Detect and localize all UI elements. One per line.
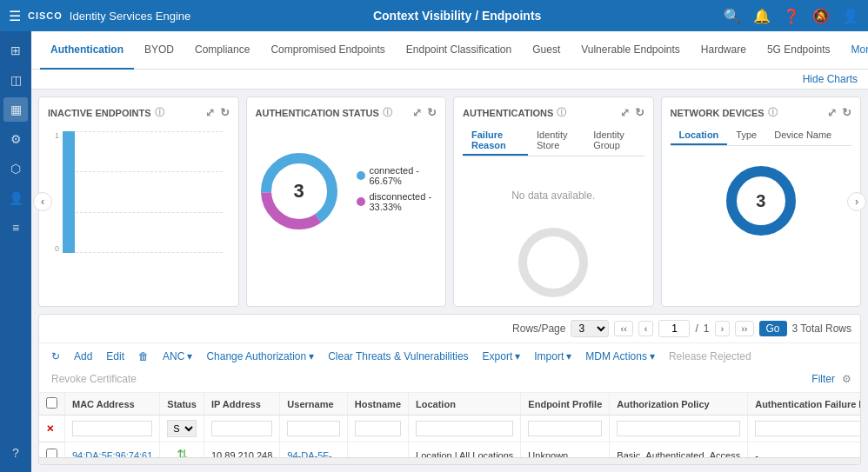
clear-threats-btn[interactable]: Clear Threats & Vulnerabilities — [324, 349, 471, 364]
col-status[interactable]: Status — [160, 393, 204, 415]
filter-ip[interactable]: IP Address — [204, 415, 279, 442]
sidebar-icon-admin[interactable]: 👤 — [3, 186, 28, 210]
inactive-expand-icon[interactable]: ⤢ — [205, 106, 215, 119]
sidebar-icon-policy[interactable]: ⬡ — [3, 156, 28, 181]
auth-status-refresh-icon[interactable]: ↻ — [427, 106, 437, 119]
help-icon[interactable]: ❓ — [783, 8, 800, 24]
page-prev-one-btn[interactable]: ‹ — [638, 321, 654, 336]
username-link-0[interactable]: 94-DA-5F-... — [287, 450, 340, 458]
add-btn[interactable]: Add — [70, 349, 96, 364]
auth-tabs: Failure Reason Identity Store Identity G… — [463, 126, 644, 156]
filter-location-input[interactable]: Location — [416, 421, 513, 436]
auth-tab-identity-group[interactable]: Identity Group — [584, 126, 644, 156]
tab-hardware[interactable]: Hardware — [691, 31, 757, 70]
settings-icon[interactable]: ⚙ — [842, 373, 851, 385]
sidebar-icon-help[interactable]: ? — [3, 441, 28, 465]
col-profile[interactable]: Endpoint Profile — [521, 393, 610, 415]
sidebar-icon-network[interactable]: ◫ — [3, 68, 28, 92]
hide-charts-btn[interactable]: Hide Charts — [803, 73, 858, 85]
delete-btn[interactable]: 🗑 — [135, 349, 152, 364]
rows-per-page-select[interactable]: 3 10 25 — [571, 320, 609, 337]
filter-mac[interactable]: MAC Address — [65, 415, 160, 442]
go-button[interactable]: Go — [759, 321, 787, 336]
menu-icon[interactable]: ☰ — [9, 8, 21, 24]
filter-username-input[interactable]: Username — [287, 421, 340, 436]
auth-expand-icon[interactable]: ⤢ — [620, 106, 630, 119]
filter-status[interactable]: Status — [160, 415, 204, 442]
tab-5g[interactable]: 5G Endpoints — [757, 31, 841, 70]
col-auth-policy[interactable]: Authorization Policy — [610, 393, 748, 415]
horizontal-scrollbar[interactable] — [39, 457, 860, 464]
filter-hostname[interactable]: Hostname — [347, 415, 408, 442]
auth-info-icon[interactable]: ⓘ — [557, 106, 566, 119]
export-btn[interactable]: Export ▾ — [479, 349, 524, 364]
mac-link-0[interactable]: 94:DA:5F:96:74:61 — [72, 450, 152, 458]
change-auth-btn[interactable]: Change Authorization ▾ — [203, 349, 317, 364]
network-refresh-icon[interactable]: ↻ — [842, 106, 851, 119]
page-prev-btn[interactable]: ‹‹ — [614, 321, 632, 336]
filter-btn[interactable]: Filter — [811, 373, 835, 385]
tab-byod[interactable]: BYOD — [134, 31, 184, 70]
page-next-one-btn[interactable]: › — [715, 321, 731, 336]
search-icon[interactable]: 🔍 — [724, 8, 741, 24]
sidebar-icon-tools[interactable]: ⚙ — [3, 127, 28, 151]
col-ip[interactable]: IP Address — [204, 393, 279, 415]
filter-location[interactable]: Location — [409, 415, 521, 442]
anc-btn[interactable]: ANC ▾ — [159, 349, 196, 364]
charts-next-btn[interactable]: › — [847, 192, 866, 211]
network-expand-icon[interactable]: ⤢ — [827, 106, 837, 119]
tab-guest[interactable]: Guest — [522, 31, 571, 70]
charts-prev-btn[interactable]: ‹ — [33, 192, 52, 211]
sidebar-icon-reports[interactable]: ≡ — [3, 216, 28, 240]
col-auth-failure[interactable]: Authentication Failure Re... — [748, 393, 860, 415]
tab-authentication[interactable]: Authentication — [40, 31, 134, 70]
mdm-actions-btn[interactable]: MDM Actions ▾ — [582, 349, 658, 364]
import-btn[interactable]: Import ▾ — [531, 349, 575, 364]
table-scroll[interactable]: MAC Address Status IP Address Username H… — [39, 393, 860, 457]
col-username[interactable]: Username — [280, 393, 348, 415]
col-location[interactable]: Location — [409, 393, 521, 415]
inactive-info-icon[interactable]: ⓘ — [155, 106, 164, 119]
filter-auth-failure-input[interactable]: Authentication Failure Reason — [755, 421, 860, 436]
auth-refresh-icon[interactable]: ↻ — [635, 106, 644, 119]
alert-icon[interactable]: 🔕 — [812, 8, 830, 24]
select-all-checkbox[interactable] — [46, 397, 57, 409]
filter-auth-policy-input[interactable]: Authorization Policy — [617, 421, 740, 436]
user-icon[interactable]: 👤 — [842, 8, 859, 24]
edit-btn[interactable]: Edit — [103, 349, 128, 364]
clear-filter-icon[interactable]: ✕ — [46, 423, 54, 434]
tab-endpoint-class[interactable]: Endpoint Classification — [396, 31, 522, 70]
filter-mac-input[interactable]: MAC Address — [72, 421, 152, 436]
filter-auth-policy[interactable]: Authorization Policy — [610, 415, 748, 442]
row-checkbox-0[interactable] — [46, 449, 57, 457]
filter-status-select[interactable]: Status — [167, 420, 197, 437]
filter-profile-input[interactable]: Endpoint Profile — [528, 421, 602, 436]
auth-tab-failure[interactable]: Failure Reason — [463, 126, 528, 156]
bell-icon[interactable]: 🔔 — [753, 8, 771, 24]
tab-more[interactable]: More ▾ — [841, 31, 868, 70]
network-info-icon[interactable]: ⓘ — [768, 106, 778, 119]
col-hostname[interactable]: Hostname — [347, 393, 408, 415]
col-mac[interactable]: MAC Address — [65, 393, 160, 415]
sidebar-icon-chart[interactable]: ▦ — [3, 97, 28, 122]
filter-profile[interactable]: Endpoint Profile — [521, 415, 610, 442]
filter-auth-failure[interactable]: Authentication Failure Reason — [748, 415, 860, 442]
tab-compliance[interactable]: Compliance — [184, 31, 260, 70]
refresh-btn[interactable]: ↻ — [48, 349, 63, 364]
network-tab-device-name[interactable]: Device Name — [765, 126, 840, 145]
inactive-refresh-icon[interactable]: ↻ — [220, 106, 230, 119]
network-tab-type[interactable]: Type — [727, 126, 765, 145]
auth-status-expand-icon[interactable]: ⤢ — [412, 106, 422, 119]
select-all-header[interactable] — [39, 393, 65, 415]
sidebar-icon-layers[interactable]: ⊞ — [3, 38, 28, 63]
auth-status-info-icon[interactable]: ⓘ — [383, 106, 392, 119]
tab-compromised[interactable]: Compromised Endpoints — [260, 31, 395, 70]
filter-ip-input[interactable]: IP Address — [211, 421, 272, 436]
page-number-input[interactable] — [658, 320, 690, 337]
auth-tab-identity-store[interactable]: Identity Store — [528, 126, 584, 156]
filter-username[interactable]: Username — [280, 415, 348, 442]
page-next-btn[interactable]: ›› — [735, 321, 753, 336]
tab-vulnerable[interactable]: Vulnerable Endpoints — [571, 31, 691, 70]
network-tab-location[interactable]: Location — [671, 126, 728, 145]
filter-hostname-input[interactable]: Hostname — [355, 421, 401, 436]
